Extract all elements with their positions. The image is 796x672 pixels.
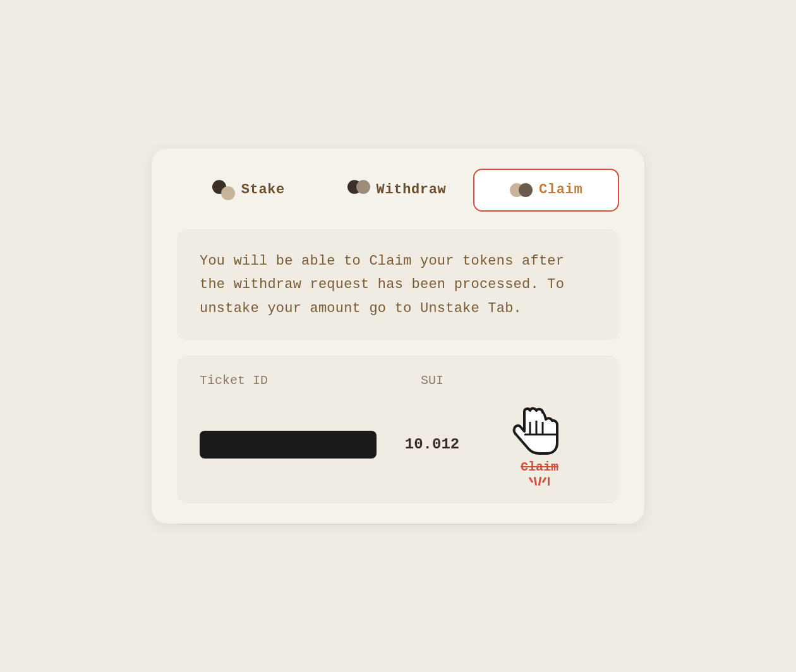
ticket-amount: 10.012 bbox=[382, 436, 483, 453]
claim-action-label[interactable]: Claim bbox=[521, 460, 558, 474]
ticket-claim-area[interactable]: Claim bbox=[483, 403, 596, 486]
main-container: Stake Withdraw Claim You will be able to… bbox=[152, 148, 644, 524]
claim-tab-icon bbox=[510, 179, 533, 201]
claim-sparkle bbox=[530, 477, 550, 486]
ticket-sui-col-header: SUI bbox=[382, 373, 483, 388]
tab-claim[interactable]: Claim bbox=[473, 169, 619, 212]
tab-stake[interactable]: Stake bbox=[177, 170, 320, 210]
ticket-header: Ticket ID SUI bbox=[200, 373, 596, 388]
sparkle-2 bbox=[533, 477, 536, 486]
ticket-box: Ticket ID SUI 10.012 bbox=[177, 356, 619, 503]
sparkle-4 bbox=[541, 477, 546, 483]
sparkle-3 bbox=[538, 477, 541, 486]
info-box: You will be able to Claim your tokens af… bbox=[177, 229, 619, 340]
ticket-id-cell bbox=[200, 431, 382, 459]
ticket-data-row: 10.012 Claim bbox=[200, 403, 596, 486]
ticket-id-redacted bbox=[200, 431, 377, 459]
tabs-row: Stake Withdraw Claim bbox=[177, 169, 619, 212]
ticket-id-col-header: Ticket ID bbox=[200, 373, 382, 388]
withdraw-icon bbox=[347, 179, 370, 201]
tab-claim-label: Claim bbox=[539, 182, 582, 198]
info-text: You will be able to Claim your tokens af… bbox=[200, 249, 596, 320]
tab-withdraw-label: Withdraw bbox=[377, 182, 447, 198]
tab-withdraw[interactable]: Withdraw bbox=[325, 170, 469, 210]
tab-stake-label: Stake bbox=[241, 182, 285, 198]
hand-cursor-icon bbox=[508, 403, 571, 460]
sparkle-1 bbox=[528, 477, 533, 483]
sparkle-5 bbox=[548, 477, 550, 486]
stake-icon bbox=[212, 179, 235, 201]
